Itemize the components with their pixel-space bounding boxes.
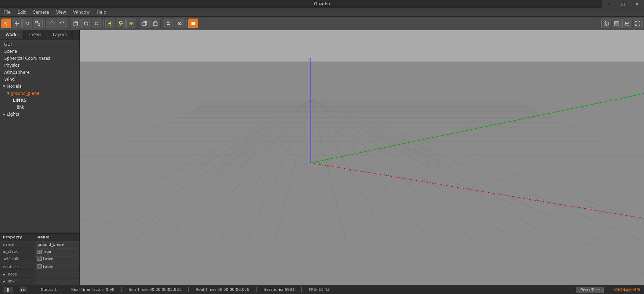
menu-help[interactable]: Help [93, 9, 110, 15]
step-button[interactable]: ⏭ [20, 287, 27, 292]
selfcoll-text: False [43, 256, 53, 261]
prop-col-property: Property [0, 234, 35, 241]
prop-name-value[interactable]: ground_plane [35, 241, 79, 248]
tool-light-point[interactable] [105, 19, 115, 28]
prop-enable-value[interactable]: False [35, 263, 79, 271]
tool-plot[interactable] [622, 19, 632, 28]
isstatic-box[interactable]: ✓ [37, 250, 42, 254]
svg-point-15 [84, 23, 88, 24]
prop-row-enable: enable_... False [0, 263, 79, 271]
sep2 [69, 19, 69, 28]
prop-pose-key[interactable]: ▶ pose [0, 271, 35, 278]
svg-line-79 [276, 100, 311, 240]
tool-undo[interactable] [47, 19, 56, 28]
svg-point-39 [179, 23, 180, 24]
svg-rect-34 [154, 21, 156, 23]
enable-box[interactable] [37, 264, 42, 268]
svg-rect-8 [38, 24, 40, 26]
tree-link[interactable]: link [0, 104, 79, 111]
title: Gazebo [314, 1, 330, 6]
tree-scene[interactable]: Scene [0, 48, 79, 55]
main-layout: World Insert Layers GUI Scene Spherical … [0, 30, 644, 285]
close-btn[interactable]: ✕ [630, 0, 644, 8]
status-realtime-factor: Real Time Factor: 0.98 [71, 287, 114, 292]
svg-line-88 [80, 100, 311, 275]
prop-selfcoll-value[interactable]: False [35, 255, 79, 263]
tool-rotate[interactable] [22, 19, 32, 28]
tree-links[interactable]: LINKS [0, 97, 79, 104]
tool-log[interactable] [612, 19, 622, 28]
tool-sphere[interactable] [81, 19, 91, 28]
prop-isstatic-value[interactable]: ✓ True [35, 248, 79, 255]
prop-row-name: name ground_plane [0, 241, 79, 248]
tree-lights-label: Lights [7, 112, 19, 117]
menu-file[interactable]: File [0, 9, 14, 15]
tree-atmosphere[interactable]: Atmosphere [0, 69, 79, 76]
pause-icon: ⏸ [6, 287, 10, 293]
tree-ground-plane[interactable]: ▼ ground_plane [0, 90, 79, 97]
tree-gui[interactable]: GUI [0, 41, 79, 48]
tool-copy[interactable] [140, 19, 150, 28]
prop-link-key[interactable]: ▶ link [0, 278, 35, 285]
tree-physics[interactable]: Physics [0, 62, 79, 69]
tool-translate[interactable] [12, 19, 22, 28]
menu-window[interactable]: Window [70, 9, 93, 15]
tool-light-spot[interactable] [116, 19, 126, 28]
reset-time-button[interactable]: Reset Time [576, 287, 604, 293]
menu-camera[interactable]: Camera [29, 9, 52, 15]
tool-cylinder[interactable] [92, 19, 102, 28]
tab-layers[interactable]: Layers [47, 30, 73, 39]
tool-paste[interactable] [150, 19, 160, 28]
tool-select[interactable] [1, 19, 11, 28]
menu-view[interactable]: View [52, 9, 69, 15]
svg-line-82 [311, 100, 430, 240]
svg-marker-30 [130, 24, 132, 25]
tab-world[interactable]: World [0, 30, 23, 39]
tool-light-dir[interactable] [126, 19, 136, 28]
prop-isstatic-key: is_static [0, 248, 35, 255]
toolbar [0, 17, 644, 30]
prop-name-key: name [0, 241, 35, 248]
isstatic-checkbox[interactable]: ✓ True [37, 249, 51, 254]
sidebar-tabs: World Insert Layers [0, 30, 79, 40]
fps-value: 11.43 [318, 287, 330, 292]
tool-box[interactable] [71, 19, 80, 28]
realtime-value: 0.98 [106, 287, 114, 292]
menu-edit[interactable]: Edit [14, 9, 29, 15]
tree-models[interactable]: ▼ Models [0, 83, 79, 90]
tool-snap[interactable] [175, 19, 184, 28]
realtime-clock-label: Real Time: [196, 287, 216, 292]
status-iterations: Iterations: 5981 [264, 287, 294, 292]
tool-screenshot[interactable] [601, 19, 611, 28]
tool-fullscreen[interactable] [633, 19, 643, 28]
tree-lights[interactable]: ▶ Lights [0, 111, 79, 118]
svg-rect-40 [191, 22, 195, 25]
tool-scale[interactable] [33, 19, 43, 28]
x-axis-line [311, 93, 644, 163]
minimize-btn[interactable]: ─ [602, 0, 616, 8]
enable-checkbox[interactable]: False [37, 264, 53, 269]
svg-rect-36 [167, 22, 169, 23]
tree-models-label: Models [7, 84, 21, 89]
sep3 [103, 19, 104, 28]
tool-shape-active[interactable] [188, 19, 198, 28]
fps-label: FPS: [309, 287, 317, 292]
tree-spherical-coords[interactable]: Spherical Coordinates [0, 55, 79, 62]
tab-insert[interactable]: Insert [23, 30, 47, 39]
tool-redo[interactable] [57, 19, 67, 28]
svg-line-91 [311, 100, 644, 222]
tool-align[interactable] [164, 19, 174, 28]
realtime-label: Real Time Factor: [71, 287, 104, 292]
svg-line-84 [311, 100, 514, 240]
svg-point-14 [84, 22, 88, 25]
steps-label: Steps: [41, 287, 53, 292]
maximize-btn[interactable]: □ [616, 0, 630, 8]
svg-rect-12 [74, 22, 77, 25]
viewport[interactable] [80, 30, 644, 285]
tree-wind[interactable]: Wind [0, 76, 79, 83]
selfcoll-checkbox[interactable]: False [37, 256, 53, 261]
pause-button[interactable]: ⏸ [4, 287, 13, 293]
selfcoll-box[interactable] [37, 257, 42, 261]
neg-axis-line [311, 163, 644, 219]
properties-table: Property Value name ground_plane is_stat… [0, 234, 79, 285]
